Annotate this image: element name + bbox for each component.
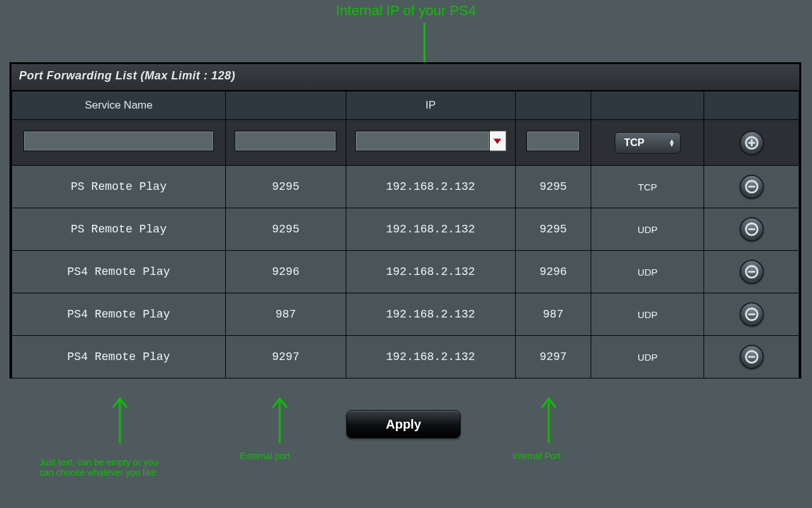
- table-row: PS Remote Play 9295 192.168.2.132 9295 T…: [12, 166, 799, 208]
- apply-button[interactable]: Apply: [346, 410, 461, 438]
- annotation-external-port: External port: [240, 451, 290, 461]
- cell-protocol: UDP: [591, 293, 704, 336]
- cell-int-port: 9296: [515, 251, 591, 293]
- cell-protocol: UDP: [591, 336, 704, 378]
- arrow-up-icon: [539, 392, 558, 443]
- cell-int-port: 9295: [515, 208, 591, 251]
- cell-int-port: 9297: [515, 336, 591, 378]
- minus-icon: [745, 307, 759, 321]
- minus-icon: [745, 350, 759, 364]
- svg-marker-1: [494, 138, 501, 144]
- table-row: PS4 Remote Play 987 192.168.2.132 987 UD…: [12, 293, 799, 336]
- ip-combo[interactable]: [355, 131, 506, 151]
- cell-ip: 192.168.2.132: [346, 336, 515, 378]
- plus-icon: [745, 136, 759, 150]
- service-name-input[interactable]: [23, 131, 214, 151]
- cell-ext-port: 9295: [226, 166, 346, 208]
- cell-service-name: PS4 Remote Play: [12, 336, 226, 378]
- cell-ip: 192.168.2.132: [346, 166, 515, 208]
- cell-service-name: PS Remote Play: [12, 208, 226, 251]
- ip-dropdown-button[interactable]: [490, 131, 506, 151]
- ip-input[interactable]: [355, 131, 490, 151]
- col-service-name: Service Name: [12, 91, 226, 120]
- cell-service-name: PS4 Remote Play: [12, 293, 226, 336]
- arrow-up-icon: [270, 392, 289, 443]
- cell-service-name: PS Remote Play: [12, 166, 226, 208]
- annotation-internal-port: Internal Port: [513, 451, 561, 461]
- updown-icon: ▲▼: [669, 139, 675, 147]
- table-row: PS Remote Play 9295 192.168.2.132 9295 U…: [12, 208, 799, 251]
- remove-row-button[interactable]: [740, 175, 764, 199]
- col-int-port: [515, 91, 591, 120]
- cell-ext-port: 9295: [226, 208, 346, 251]
- remove-row-button[interactable]: [740, 302, 764, 326]
- col-protocol: [591, 91, 704, 120]
- arrow-up-icon: [110, 392, 129, 443]
- chevron-down-icon: [494, 137, 501, 145]
- port-forwarding-table: Service Name IP: [11, 90, 799, 378]
- remove-row-button[interactable]: [740, 260, 764, 284]
- minus-icon: [745, 265, 759, 279]
- cell-protocol: TCP: [591, 166, 704, 208]
- cell-ext-port: 9297: [226, 336, 346, 378]
- cell-ip: 192.168.2.132: [346, 251, 515, 293]
- cell-int-port: 987: [515, 293, 591, 336]
- col-ext-port: [226, 91, 346, 120]
- remove-row-button[interactable]: [740, 345, 764, 369]
- internal-port-input[interactable]: [527, 131, 580, 151]
- external-port-input[interactable]: [235, 131, 336, 151]
- cell-ip: 192.168.2.132: [346, 293, 515, 336]
- minus-icon: [745, 222, 759, 236]
- cell-service-name: PS4 Remote Play: [12, 251, 226, 293]
- add-row-button[interactable]: [740, 131, 764, 155]
- col-action: [704, 91, 799, 120]
- apply-button-label: Apply: [386, 417, 421, 432]
- table-row: PS4 Remote Play 9296 192.168.2.132 9296 …: [12, 251, 799, 293]
- cell-protocol: UDP: [591, 251, 704, 293]
- cell-protocol: UDP: [591, 208, 704, 251]
- cell-ext-port: 987: [226, 293, 346, 336]
- protocol-select[interactable]: TCP ▲▼: [615, 132, 681, 154]
- cell-ext-port: 9296: [226, 251, 346, 293]
- remove-row-button[interactable]: [740, 217, 764, 241]
- protocol-select-value: TCP: [624, 137, 645, 149]
- cell-ip: 192.168.2.132: [346, 208, 515, 251]
- annotation-internal-ip: Internal IP of your PS4: [0, 3, 812, 19]
- cell-int-port: 9295: [515, 166, 591, 208]
- annotation-service-name: Just text, can be empty or you can choos…: [39, 457, 173, 478]
- col-ip: IP: [346, 91, 515, 120]
- table-row: PS4 Remote Play 9297 192.168.2.132 9297 …: [12, 336, 799, 378]
- panel-title: Port Forwarding List (Max Limit : 128): [11, 64, 799, 90]
- table-input-row: TCP ▲▼: [12, 120, 799, 166]
- port-forwarding-panel: Port Forwarding List (Max Limit : 128) S…: [10, 62, 801, 378]
- minus-icon: [745, 180, 759, 194]
- table-header-row: Service Name IP: [12, 91, 799, 120]
